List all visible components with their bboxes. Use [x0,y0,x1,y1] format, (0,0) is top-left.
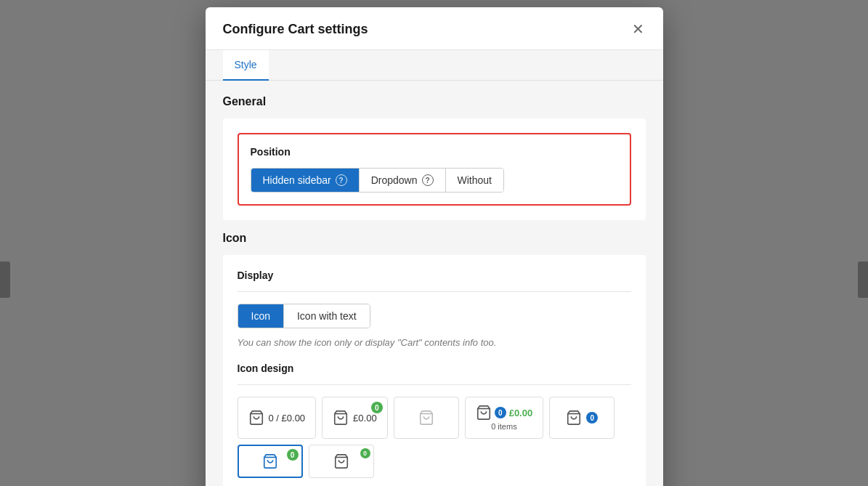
close-button[interactable]: ✕ [630,20,646,38]
icon-design-label: Icon design [238,363,631,374]
dropdown-label: Dropdown [371,174,418,186]
general-section-title: General [223,95,646,108]
modal-overlay: Configure Cart settings ✕ Style General … [0,0,868,486]
icon-btn-label: Icon [251,310,270,322]
hidden-sidebar-help-icon[interactable]: ? [336,174,347,186]
display-label: Display [238,270,631,281]
cart-design-6-badge: 0 [287,449,299,461]
cart-design-5-badge: 0 [586,412,598,424]
cart-icon-7 [333,453,349,469]
cart-design-7-badge: 0 [360,448,370,458]
position-dropdown-btn[interactable]: Dropdown ? [360,169,446,192]
cart-design-1[interactable]: 0 / £0.00 [238,397,317,439]
icon-card: Display Icon Icon with text You can show… [223,255,646,486]
cart-design-4-items: 0 items [491,422,516,431]
tabs-bar: Style [206,50,663,81]
design-divider [238,384,631,385]
display-icon-with-text-btn[interactable]: Icon with text [284,304,370,328]
position-selector-box: Position Hidden sidebar ? Dropdown ? Wit… [238,133,631,206]
without-label: Without [458,174,492,186]
hidden-sidebar-label: Hidden sidebar [263,174,331,186]
cart-design-4-row: 0 £0.00 [476,405,533,421]
cart-design-3[interactable] [394,397,459,439]
icon-design-row: 0 / £0.00 0 £0.00 [238,397,631,478]
icon-section-title: Icon [223,232,646,245]
display-icon-btn[interactable]: Icon [238,304,284,328]
position-card: Position Hidden sidebar ? Dropdown ? Wit… [223,118,646,220]
cart-icon-4 [476,405,492,421]
icon-display-btn-group: Icon Icon with text [238,304,370,328]
cart-design-2-label: £0.00 [353,413,377,424]
cart-icon-6 [262,453,278,469]
icon-with-text-btn-label: Icon with text [297,310,357,322]
cart-design-6[interactable]: 0 [238,445,303,478]
cart-icon-5 [566,410,582,426]
position-hidden-sidebar-btn[interactable]: Hidden sidebar ? [251,169,360,192]
modal-title: Configure Cart settings [223,22,368,37]
cart-icon-2 [333,410,349,426]
cart-design-7[interactable]: 0 [309,445,374,478]
position-label: Position [251,146,618,158]
cart-icon-3 [418,410,434,426]
cart-design-4-badge: 0 [495,407,506,418]
dropdown-help-icon[interactable]: ? [422,174,434,186]
position-btn-group: Hidden sidebar ? Dropdown ? Without [251,168,504,193]
display-divider [238,291,631,292]
cart-design-2[interactable]: 0 £0.00 [322,397,388,439]
position-without-btn[interactable]: Without [446,169,503,192]
configure-cart-modal: Configure Cart settings ✕ Style General … [206,7,663,486]
cart-design-4-price: £0.00 [509,408,533,418]
cart-design-2-badge: 0 [371,402,383,413]
cart-design-4[interactable]: 0 £0.00 0 items [465,397,544,439]
cart-design-5[interactable]: 0 [549,397,615,439]
display-hint: You can show the icon only or display "C… [238,337,631,348]
modal-header: Configure Cart settings ✕ [206,7,663,50]
cart-icon-1 [248,410,264,426]
modal-body: General Position Hidden sidebar ? Dropdo… [206,81,663,486]
close-icon: ✕ [632,22,644,36]
cart-design-1-label: 0 / £0.00 [269,413,306,424]
tab-style[interactable]: Style [223,50,269,81]
